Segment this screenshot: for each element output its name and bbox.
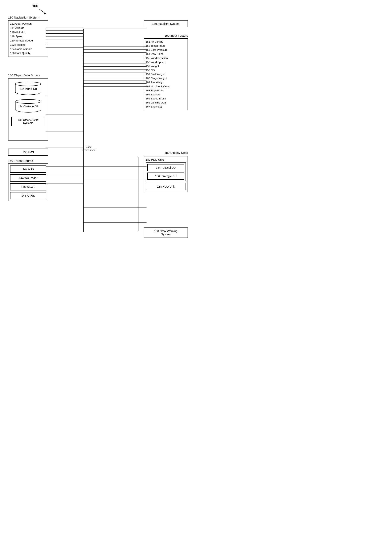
input-factors-label: 150 Input Factors: [144, 34, 188, 37]
terrain-db: 132 Terrain DB: [15, 82, 41, 97]
input-163: 163 Flaps/Slats: [146, 89, 186, 92]
input-159: 159 Fuel Weight: [146, 72, 186, 76]
nav-item-112: 112 Geo. Position: [10, 22, 46, 26]
processor-label: 170Processor: [80, 145, 97, 152]
nav-item-120: 120 Vertical Speed: [10, 39, 46, 43]
threat-item-142: 142 ADS: [10, 165, 46, 173]
threat-item-146: 146 WAWS: [10, 183, 46, 191]
ref-arrow: [37, 8, 49, 16]
obj-data-label: 130 Object Data Source: [8, 73, 40, 77]
threat-item-144: 144 WX Radar: [10, 174, 46, 182]
input-157: 157 Weight: [146, 64, 186, 68]
input-156: 156 Wind Speed: [146, 60, 186, 64]
input-158: 158 CG: [146, 68, 186, 72]
obstacle-db: 134 Obstacle DB: [15, 99, 41, 115]
hdd-inner-box: 184 Tactical DU 186 Strategic DU: [146, 163, 186, 181]
nav-item-126: 126 Data Quality: [10, 51, 46, 55]
input-factors-box: 151 Air Density 152 Temperature 153 Baro…: [144, 38, 188, 110]
autoflight-box: 139 Autoflight System: [144, 20, 188, 27]
other-aircraft-box: 136 Other AircraftSystems: [11, 117, 45, 126]
nav-item-116: 116 Attitude: [10, 30, 46, 35]
input-155: 155 Wind Direction: [146, 56, 186, 60]
tactical-du: 184 Tactical DU: [147, 164, 184, 171]
input-153: 153 Baro Pressure: [146, 48, 186, 52]
strategic-du: 186 Strategic DU: [147, 172, 184, 180]
hdd-label: 182 HDD Units: [146, 158, 186, 161]
nav-system-box: 112 Geo. Position 114 Altitude 116 Attit…: [8, 20, 48, 57]
threat-source-box: 142 ADS 144 WX Radar 146 WAWS 148 AAWS: [8, 163, 48, 201]
crew-warning-box: 190 Crew WarningSystem: [144, 227, 188, 238]
input-152: 152 Temperature: [146, 44, 186, 48]
input-166: 166 Landing Gear: [146, 101, 186, 105]
input-167: 167 Engine(s): [146, 105, 186, 109]
threat-source-label: 140 Threat Source: [8, 159, 33, 163]
nav-item-118: 118 Speed: [10, 35, 46, 39]
fms-box: 138 FMS: [8, 149, 48, 156]
nav-item-114: 114 Altitude: [10, 26, 46, 30]
input-162: 162 No. Pax & Crew: [146, 85, 186, 89]
input-164: 164 Spoliers: [146, 92, 186, 97]
input-165: 165 Speed Brake: [146, 97, 186, 101]
input-154: 154 Dew Point: [146, 52, 186, 56]
input-151: 151 Air Density: [146, 40, 186, 44]
nav-item-124: 124 Radio Altitude: [10, 47, 46, 51]
threat-item-148: 148 AAWS: [10, 192, 46, 199]
hud-unit: 188 HUD Unit: [146, 183, 186, 190]
input-161: 161 Pax Weight: [146, 80, 186, 84]
nav-system-label: 110 Navigation System: [8, 16, 39, 19]
obj-data-box: 132 Terrain DB 134 Obstacle DB 136 Other…: [8, 78, 48, 141]
nav-item-122: 122 Heading: [10, 43, 46, 47]
display-units-label: 180 Display Units: [144, 151, 188, 154]
input-160: 160 Cargo Weight: [146, 76, 186, 80]
display-units-box: 182 HDD Units 184 Tactical DU 186 Strate…: [144, 156, 188, 192]
